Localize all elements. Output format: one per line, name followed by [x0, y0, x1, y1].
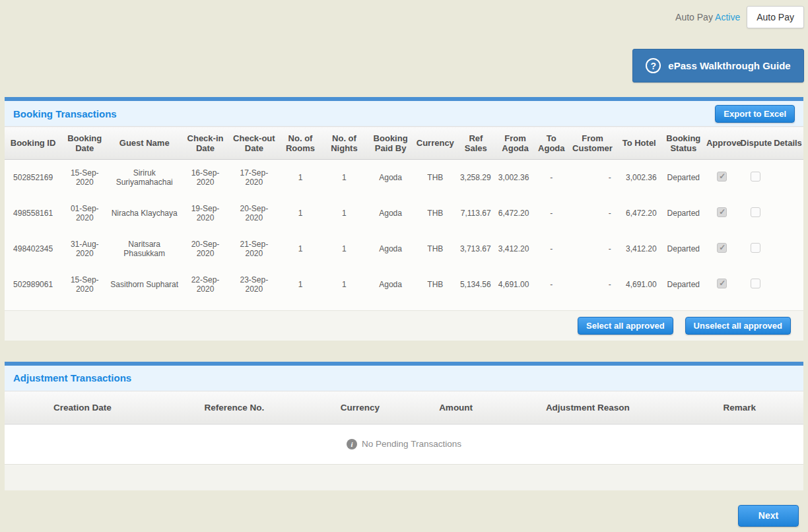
- export-to-excel-button[interactable]: Export to Excel: [715, 105, 795, 123]
- cell-from-customer: -: [568, 231, 617, 267]
- dispute-checkbox[interactable]: [751, 207, 760, 217]
- cell-to-hotel: 3,412.20: [617, 231, 662, 267]
- booking-col-booking-paid-by: Booking Paid By: [366, 127, 415, 160]
- dispute-cell: [739, 195, 772, 231]
- cell-no-of-nights: 1: [322, 195, 366, 231]
- approve-checkbox[interactable]: [717, 279, 727, 288]
- page: Auto Pay Active Auto Pay ? ePass Walkthr…: [0, 0, 808, 532]
- dispute-checkbox[interactable]: [751, 279, 760, 288]
- adjustment-header-row: Creation DateReference No.CurrencyAmount…: [5, 391, 803, 424]
- cell-currency: THB: [415, 267, 456, 302]
- booking-transactions-section: Booking Transactions Export to Excel Boo…: [5, 97, 803, 341]
- approve-checkbox[interactable]: [717, 172, 727, 182]
- cell-check-out-date: 20-Sep-2020: [230, 195, 279, 231]
- table-row: 50298906115-Sep-2020Sasithorn Supharat22…: [5, 267, 803, 302]
- cell-booking-date: 31-Aug-2020: [61, 231, 108, 267]
- cell-guest-name: Siriruk Suriyamahachai: [108, 160, 181, 195]
- epass-walkthrough-guide-button[interactable]: ? ePass Walkthrough Guide: [632, 49, 804, 83]
- details-cell: [772, 160, 803, 195]
- autopay-cluster: Auto Pay Active Auto Pay: [675, 6, 804, 28]
- dispute-checkbox[interactable]: [751, 243, 760, 253]
- unselect-all-approved-button[interactable]: Unselect all approved: [685, 317, 791, 335]
- booking-col-ref-sales: Ref Sales: [455, 127, 496, 160]
- booking-col-booking-status: Booking Status: [662, 127, 705, 160]
- adjustment-col-currency: Currency: [308, 391, 412, 424]
- table-row: 49855816101-Sep-2020Niracha Klaychaya19-…: [5, 195, 803, 231]
- approve-checkbox[interactable]: [717, 243, 727, 253]
- cell-check-out-date: 21-Sep-2020: [230, 231, 279, 267]
- dispute-cell: [739, 231, 772, 267]
- select-all-approved-button[interactable]: Select all approved: [578, 317, 673, 335]
- booking-footer: Select all approved Unselect all approve…: [5, 310, 803, 341]
- adjustment-table-head: Creation DateReference No.CurrencyAmount…: [5, 391, 803, 424]
- cell-booking-paid-by: Agoda: [366, 267, 415, 302]
- booking-col-from-customer: From Customer: [568, 127, 617, 160]
- cell-no-of-rooms: 1: [279, 195, 322, 231]
- autopay-status-label: Auto Pay: [675, 12, 713, 22]
- question-icon: ?: [646, 58, 661, 73]
- cell-booking-id: 498402345: [5, 231, 61, 267]
- adjustment-col-reference-no: Reference No.: [160, 391, 308, 424]
- cell-to-agoda: -: [534, 160, 568, 195]
- next-button[interactable]: Next: [738, 505, 799, 527]
- booking-col-guest-name: Guest Name: [108, 127, 181, 160]
- details-cell: [772, 195, 803, 231]
- dispute-cell: [739, 160, 772, 195]
- adjustment-footer: [5, 464, 803, 490]
- cell-booking-paid-by: Agoda: [366, 160, 415, 195]
- booking-col-to-hotel: To Hotel: [617, 127, 662, 160]
- cell-booking-date: 15-Sep-2020: [61, 267, 108, 302]
- cell-currency: THB: [415, 195, 456, 231]
- cell-booking-paid-by: Agoda: [366, 231, 415, 267]
- cell-no-of-nights: 1: [322, 160, 366, 195]
- cell-ref-sales: 7,113.67: [455, 195, 496, 231]
- adjustment-transactions-section: Adjustment Transactions Creation DateRef…: [5, 362, 803, 490]
- cell-booking-status: Departed: [662, 267, 705, 302]
- approve-checkbox[interactable]: [717, 207, 727, 217]
- booking-col-check-out-date: Check-out Date: [230, 127, 279, 160]
- bottom-area: Next: [0, 490, 808, 531]
- cell-ref-sales: 3,713.67: [455, 231, 496, 267]
- cell-booking-date: 15-Sep-2020: [61, 160, 108, 195]
- cell-no-of-nights: 1: [322, 231, 366, 267]
- cell-from-customer: -: [568, 267, 617, 302]
- cell-booking-status: Departed: [662, 160, 705, 195]
- booking-col-to-agoda: To Agoda: [534, 127, 568, 160]
- auto-pay-button[interactable]: Auto Pay: [747, 6, 804, 28]
- walkthrough-label: ePass Walkthrough Guide: [668, 60, 790, 71]
- booking-section-title: Booking Transactions: [13, 108, 117, 119]
- cell-booking-status: Departed: [662, 231, 705, 267]
- cell-booking-status: Departed: [662, 195, 705, 231]
- dispute-checkbox[interactable]: [751, 172, 760, 182]
- adjustment-col-creation-date: Creation Date: [5, 391, 160, 424]
- booking-table-head: Booking IDBooking DateGuest NameCheck-in…: [5, 127, 803, 160]
- adjustment-section-title: Adjustment Transactions: [13, 372, 131, 383]
- dispute-cell: [739, 267, 772, 302]
- approve-cell: [705, 267, 739, 302]
- booking-col-no-of-rooms: No. of Rooms: [279, 127, 322, 160]
- adjustment-col-adjustment-reason: Adjustment Reason: [500, 391, 675, 424]
- table-row: 50285216915-Sep-2020Siriruk Suriyamahach…: [5, 160, 803, 195]
- cell-to-hotel: 6,472.20: [617, 195, 662, 231]
- cell-check-in-date: 20-Sep-2020: [181, 231, 230, 267]
- autopay-status-text: Auto Pay Active: [675, 12, 740, 22]
- cell-no-of-rooms: 1: [279, 267, 322, 302]
- cell-guest-name: Sasithorn Supharat: [108, 267, 181, 302]
- cell-ref-sales: 5,134.56: [455, 267, 496, 302]
- cell-ref-sales: 3,258.29: [455, 160, 496, 195]
- cell-booking-id: 498558161: [5, 195, 61, 231]
- cell-check-out-date: 17-Sep-2020: [230, 160, 279, 195]
- cell-no-of-rooms: 1: [279, 231, 322, 267]
- cell-to-agoda: -: [534, 267, 568, 302]
- cell-check-in-date: 16-Sep-2020: [181, 160, 230, 195]
- cell-booking-id: 502852169: [5, 160, 61, 195]
- booking-col-currency: Currency: [415, 127, 456, 160]
- booking-col-no-of-nights: No. of Nights: [322, 127, 366, 160]
- booking-section-header: Booking Transactions Export to Excel: [5, 101, 803, 126]
- cell-booking-paid-by: Agoda: [366, 195, 415, 231]
- cell-no-of-rooms: 1: [279, 160, 322, 195]
- cell-to-agoda: -: [534, 195, 568, 231]
- cell-currency: THB: [415, 160, 456, 195]
- cell-to-hotel: 3,002.36: [617, 160, 662, 195]
- no-pending-transactions-row: i No Pending Transactions: [5, 424, 803, 464]
